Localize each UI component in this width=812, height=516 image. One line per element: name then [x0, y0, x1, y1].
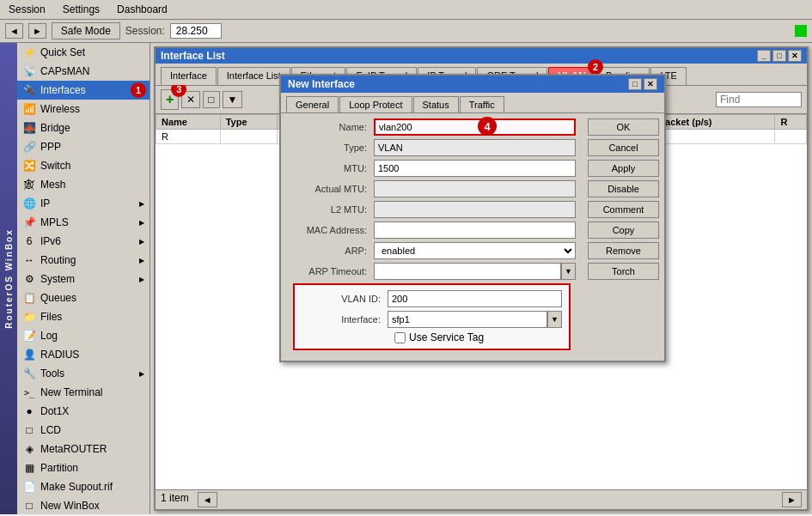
system-arrow-icon: ▶: [139, 276, 144, 283]
dialog-tab-general[interactable]: General: [286, 96, 339, 112]
actual-mtu-input: [374, 180, 576, 197]
window-restore-button[interactable]: □: [772, 50, 786, 62]
sidebar-item-capsman[interactable]: 📡 CAPsMAN: [17, 62, 150, 81]
sidebar-item-bridge[interactable]: 🌉 Bridge: [17, 118, 150, 137]
safe-mode-label: Safe Mode: [61, 25, 111, 37]
scroll-left-button[interactable]: ◄: [198, 492, 217, 507]
ok-button[interactable]: OK: [588, 118, 659, 136]
status-text: 1 item: [161, 492, 189, 507]
dialog-tab-traffic[interactable]: Traffic: [460, 96, 504, 112]
scroll-right-button[interactable]: ►: [782, 492, 802, 507]
actual-mtu-row: Actual MTU:: [288, 180, 576, 197]
mtu-input[interactable]: [374, 160, 576, 177]
arp-row: ARP: enabled disabled proxy-arp: [288, 242, 576, 259]
winbox-accent: RouterOS WinBox: [0, 43, 17, 514]
sidebar-item-metarouter[interactable]: ◈ MetaROUTER: [17, 440, 150, 458]
sidebar-item-wireless[interactable]: 📶 Wireless: [17, 100, 150, 118]
use-service-tag-checkbox[interactable]: [394, 332, 406, 343]
sidebar-item-ip[interactable]: 🌐 IP ▶: [17, 194, 150, 213]
ip-icon: 🌐: [22, 197, 36, 210]
arp-timeout-row: ARP Timeout: ▼: [288, 263, 576, 280]
find-input[interactable]: [716, 92, 802, 107]
torch-button[interactable]: Torch: [588, 263, 659, 280]
actual-mtu-label: Actual MTU:: [288, 184, 374, 194]
vlan-id-input[interactable]: [388, 290, 562, 307]
sidebar-item-mpls[interactable]: 📌 MPLS ▶: [17, 213, 150, 232]
sidebar-item-new-winbox[interactable]: □ New WinBox: [17, 496, 150, 514]
interface-dropdown-button[interactable]: ▼: [547, 311, 562, 328]
terminal-icon: >_: [22, 385, 36, 399]
arp-timeout-input[interactable]: [374, 263, 561, 280]
queues-icon: 📋: [22, 291, 36, 305]
row-name: R: [156, 130, 221, 144]
sidebar-item-routing[interactable]: ↔ Routing ▶: [17, 251, 150, 270]
sidebar-item-log[interactable]: 📝 Log: [17, 326, 150, 345]
dialog-controls: □ ✕: [628, 78, 657, 90]
mac-input[interactable]: [374, 222, 576, 239]
sidebar-item-ppp[interactable]: 🔗 PPP: [17, 137, 150, 156]
undo-button[interactable]: ◄: [5, 23, 23, 39]
interfaces-icon: 🔌: [22, 83, 36, 97]
col-name: Name: [156, 115, 221, 130]
safe-mode-button[interactable]: Safe Mode: [52, 22, 120, 39]
filter-button[interactable]: ▼: [223, 91, 243, 108]
sidebar-item-system[interactable]: ⚙ System ▶: [17, 270, 150, 288]
ip-arrow-icon: ▶: [139, 200, 144, 208]
copy-button[interactable]: Copy: [588, 222, 659, 239]
tab-interface[interactable]: Interface: [161, 67, 217, 85]
sidebar-item-lcd[interactable]: □ LCD: [17, 421, 150, 440]
interface-input[interactable]: [388, 311, 547, 328]
comment-button[interactable]: Comment: [588, 201, 659, 218]
dialog-maximize-button[interactable]: □: [628, 78, 642, 90]
menu-session[interactable]: Session: [3, 2, 51, 17]
sidebar-item-interfaces[interactable]: 🔌 Interfaces 1: [17, 81, 150, 100]
interface-label: Interface:: [302, 314, 388, 325]
sidebar-label-tools: Tools: [40, 367, 135, 379]
sidebar-label-ppp: PPP: [40, 141, 144, 153]
cancel-button[interactable]: Cancel: [588, 139, 659, 156]
arp-select-wrapper: enabled disabled proxy-arp: [374, 242, 576, 259]
window-minimize-button[interactable]: _: [757, 50, 771, 62]
window-close-button[interactable]: ✕: [788, 50, 802, 62]
sidebar-item-partition[interactable]: ▦ Partition: [17, 458, 150, 477]
new-winbox-icon: □: [22, 499, 36, 513]
dialog-close-button[interactable]: ✕: [644, 78, 657, 90]
sidebar-item-dot1x[interactable]: ● Dot1X: [17, 402, 150, 421]
sidebar-item-radius[interactable]: 👤 RADIUS: [17, 345, 150, 364]
mac-label: MAC Address:: [288, 225, 374, 235]
arp-timeout-dropdown-button[interactable]: ▼: [561, 263, 576, 280]
mtu-label: MTU:: [288, 163, 374, 173]
sidebar-item-tools[interactable]: 🔧 Tools ▶: [17, 364, 150, 383]
dialog-tab-status[interactable]: Status: [413, 96, 459, 112]
name-input[interactable]: [374, 118, 576, 136]
window-controls: _ □ ✕: [757, 50, 802, 62]
disable-button[interactable]: Disable: [588, 180, 659, 197]
apply-button[interactable]: Apply: [588, 160, 659, 177]
sidebar-item-files[interactable]: 📁 Files: [17, 307, 150, 326]
sidebar-item-ipv6[interactable]: 6 IPv6 ▶: [17, 232, 150, 251]
row-r: [775, 130, 807, 144]
add-interface-button[interactable]: + 3: [161, 89, 179, 110]
sidebar-item-switch[interactable]: 🔀 Switch: [17, 156, 150, 175]
sidebar-label-mesh: Mesh: [40, 179, 144, 191]
dialog-tab-loop-protect[interactable]: Loop Protect: [339, 96, 412, 112]
ppp-icon: 🔗: [22, 140, 36, 154]
use-service-tag-row: Use Service Tag: [302, 331, 562, 343]
arp-select[interactable]: enabled disabled proxy-arp: [374, 242, 576, 259]
menu-dashboard[interactable]: Dashboard: [112, 2, 173, 17]
sidebar-item-make-supout[interactable]: 📄 Make Supout.rif: [17, 477, 150, 496]
sidebar-item-queues[interactable]: 📋 Queues: [17, 288, 150, 307]
mesh-icon: 🕸: [22, 178, 36, 191]
vlan-id-row: VLAN ID:: [302, 290, 562, 307]
dot1x-icon: ●: [22, 404, 36, 418]
arp-label: ARP:: [288, 246, 374, 256]
remove-button[interactable]: Remove: [588, 242, 659, 259]
sidebar-label-metarouter: MetaROUTER: [40, 443, 144, 455]
redo-button[interactable]: ►: [28, 23, 46, 39]
sidebar-label-new-winbox: New WinBox: [40, 500, 144, 512]
copy-interface-button[interactable]: □: [203, 91, 219, 108]
sidebar-item-mesh[interactable]: 🕸 Mesh: [17, 175, 150, 194]
menu-settings[interactable]: Settings: [58, 2, 105, 17]
sidebar-item-new-terminal[interactable]: >_ New Terminal: [17, 383, 150, 402]
sidebar-item-quick-set[interactable]: ⚡ Quick Set: [17, 43, 150, 62]
